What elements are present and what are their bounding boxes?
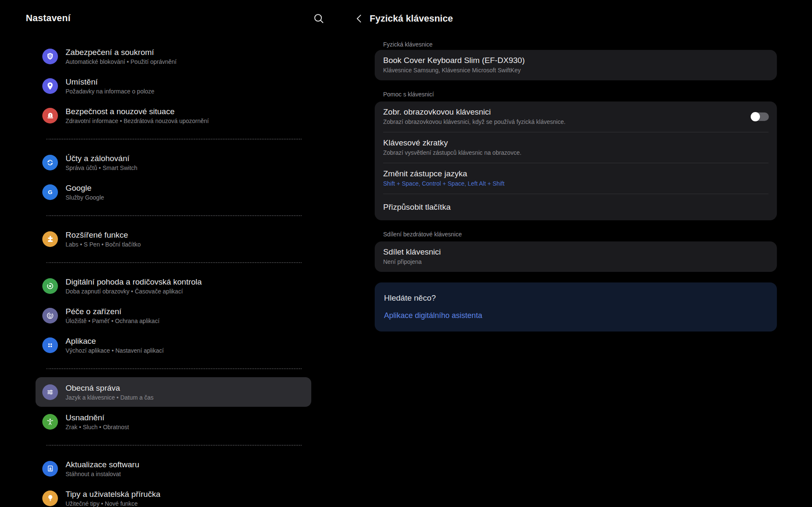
settings-item-title: Rozšířené funkce bbox=[66, 230, 141, 240]
keyboard-help-row-1[interactable]: Zobr. obrazovkovou klávesnici Zobrazí ob… bbox=[375, 101, 777, 132]
settings-list-item-9[interactable]: Aplikace Výchozí aplikace • Nastavení ap… bbox=[36, 330, 311, 360]
back-button[interactable] bbox=[352, 12, 367, 27]
help-row-subtitle: Zobrazí vysvětlení zástupců klávesnic na… bbox=[383, 149, 768, 156]
section-label-keyboard-sharing: Sdílení bezdrátové klávesnice bbox=[375, 231, 777, 237]
settings-item-title: Obecná správa bbox=[66, 383, 154, 393]
settings-list-item-12[interactable]: Aktualizace softwaru Stáhnout a instalov… bbox=[36, 454, 311, 483]
advanced-features-icon bbox=[42, 231, 58, 247]
settings-item-title: Zabezpečení a soukromí bbox=[66, 47, 177, 57]
settings-list-item-7[interactable]: Digitální pohoda a rodičovská kontrola D… bbox=[36, 271, 311, 301]
shield-icon bbox=[42, 49, 58, 64]
digital-assistant-link[interactable]: Aplikace digitálního asistenta bbox=[384, 311, 482, 320]
help-row-title: Klávesové zkratky bbox=[383, 138, 768, 148]
settings-item-title: Umístění bbox=[66, 77, 154, 87]
keyboard-help-card: Zobr. obrazovkovou klávesnici Zobrazí ob… bbox=[375, 101, 777, 220]
location-icon bbox=[42, 78, 58, 94]
digital-wellbeing-icon bbox=[42, 278, 58, 294]
section-label-physical-keyboard: Fyzická klávesnice bbox=[375, 41, 777, 47]
settings-list-item-2[interactable]: Umístění Požadavky na informace o poloze bbox=[36, 71, 311, 101]
device-care-icon bbox=[42, 308, 58, 323]
svg-text:G: G bbox=[48, 189, 52, 195]
help-row-title: Přizpůsobit tlačítka bbox=[383, 202, 768, 212]
settings-item-title: Digitální pohoda a rodičovská kontrola bbox=[66, 277, 202, 287]
suggestion-title: Hledáte něco? bbox=[384, 293, 768, 303]
settings-item-title: Účty a zálohování bbox=[66, 153, 137, 163]
settings-list-item-4[interactable]: Účty a zálohování Správa účtů • Smart Sw… bbox=[36, 148, 311, 177]
settings-item-title: Bezpečnost a nouzové situace bbox=[66, 107, 209, 116]
settings-item-subtitle: Výchozí aplikace • Nastavení aplikací bbox=[66, 347, 164, 354]
settings-item-subtitle: Služby Google bbox=[66, 194, 104, 201]
settings-list-pane: Nastavení Zabezpečení a soukromí Automat… bbox=[0, 0, 338, 507]
settings-list-item-1[interactable]: Zabezpečení a soukromí Automatické bloko… bbox=[36, 41, 311, 71]
help-row-title: Zobr. obrazovkovou klávesnici bbox=[383, 107, 768, 117]
onscreen-keyboard-toggle[interactable] bbox=[751, 112, 769, 121]
settings-item-title: Google bbox=[66, 183, 104, 193]
group-divider bbox=[47, 262, 302, 263]
share-keyboard-status: Není připojena bbox=[383, 258, 768, 266]
help-row-subtitle: Shift + Space, Control + Space, Left Alt… bbox=[383, 180, 768, 187]
page-title: Nastavení bbox=[26, 13, 71, 24]
settings-item-subtitle: Labs • S Pen • Boční tlačítko bbox=[66, 241, 141, 248]
back-chevron-icon bbox=[354, 13, 365, 26]
suggestion-card: Hledáte něco? Aplikace digitálního asist… bbox=[375, 282, 777, 332]
general-management-icon bbox=[42, 384, 58, 400]
search-icon bbox=[313, 12, 325, 27]
settings-item-subtitle: Automatické blokování • Použití oprávněn… bbox=[66, 58, 177, 66]
keyboard-device-title: Book Cover Keyboard Slim (EF-DX930) bbox=[383, 55, 768, 65]
settings-list-item-8[interactable]: Péče o zařízení Úložiště • Paměť • Ochra… bbox=[36, 301, 311, 330]
search-button[interactable] bbox=[310, 11, 327, 28]
detail-title: Fyzická klávesnice bbox=[370, 13, 453, 24]
settings-item-subtitle: Doba zapnutí obrazovky • Časovače aplika… bbox=[66, 288, 202, 295]
settings-item-subtitle: Požadavky na informace o poloze bbox=[66, 88, 154, 95]
detail-pane: Fyzická klávesnice Fyzická klávesnice Bo… bbox=[347, 0, 812, 507]
share-keyboard-title: Sdílet klávesnici bbox=[383, 247, 768, 257]
settings-list-item-13[interactable]: Tipy a uživatelská příručka Užitečné tip… bbox=[36, 483, 311, 507]
settings-list: Zabezpečení a soukromí Automatické bloko… bbox=[36, 41, 311, 507]
section-label-keyboard-help: Pomoc s klávesnicí bbox=[375, 91, 777, 97]
keyboard-help-row-3[interactable]: Změnit zástupce jazyka Shift + Space, Co… bbox=[375, 163, 777, 194]
settings-item-subtitle: Jazyk a klávesnice • Datum a čas bbox=[66, 394, 154, 401]
share-keyboard-card[interactable]: Sdílet klávesnici Není připojena bbox=[375, 241, 777, 272]
emergency-icon bbox=[42, 108, 58, 123]
settings-item-subtitle: Stáhnout a instalovat bbox=[66, 471, 139, 478]
settings-list-item-5[interactable]: G Google Služby Google bbox=[36, 177, 311, 207]
settings-item-subtitle: Úložiště • Paměť • Ochrana aplikací bbox=[66, 318, 159, 325]
settings-item-subtitle: Zrak • Sluch • Obratnost bbox=[66, 424, 129, 431]
keyboard-help-row-2[interactable]: Klávesové zkratky Zobrazí vysvětlení zás… bbox=[375, 132, 777, 163]
settings-item-subtitle: Správa účtů • Smart Switch bbox=[66, 164, 137, 172]
settings-item-subtitle: Zdravotní informace • Bezdrátová nouzová… bbox=[66, 118, 209, 125]
settings-item-title: Péče o zařízení bbox=[66, 307, 159, 316]
keyboard-device-subtitle: Klávesnice Samsung, Klávesnice Microsoft… bbox=[383, 67, 768, 74]
accessibility-icon bbox=[42, 414, 58, 430]
settings-item-title: Aplikace bbox=[66, 336, 164, 346]
sync-icon bbox=[42, 155, 58, 170]
group-divider bbox=[47, 445, 302, 446]
settings-item-title: Tipy a uživatelská příručka bbox=[66, 489, 160, 499]
settings-item-title: Aktualizace softwaru bbox=[66, 460, 139, 469]
settings-list-item-10[interactable]: Obecná správa Jazyk a klávesnice • Datum… bbox=[36, 377, 311, 407]
software-update-icon bbox=[42, 461, 58, 477]
apps-icon bbox=[42, 337, 58, 353]
group-divider bbox=[47, 368, 302, 369]
settings-list-item-11[interactable]: Usnadnění Zrak • Sluch • Obratnost bbox=[36, 407, 311, 436]
group-divider bbox=[47, 139, 302, 140]
group-divider bbox=[47, 215, 302, 216]
settings-list-item-3[interactable]: Bezpečnost a nouzové situace Zdravotní i… bbox=[36, 101, 311, 130]
settings-item-title: Usnadnění bbox=[66, 413, 129, 422]
toggle-knob bbox=[751, 112, 760, 121]
help-row-title: Změnit zástupce jazyka bbox=[383, 169, 768, 178]
tips-icon bbox=[42, 491, 58, 506]
keyboard-help-row-4[interactable]: Přizpůsobit tlačítka bbox=[375, 194, 777, 220]
help-row-subtitle: Zobrazí obrazovkovou klávesnici, když se… bbox=[383, 118, 768, 126]
google-icon: G bbox=[42, 184, 58, 200]
settings-list-item-6[interactable]: Rozšířené funkce Labs • S Pen • Boční tl… bbox=[36, 224, 311, 254]
settings-item-subtitle: Užitečné tipy • Nové funkce bbox=[66, 500, 160, 507]
keyboard-device-card[interactable]: Book Cover Keyboard Slim (EF-DX930) Kláv… bbox=[375, 50, 777, 80]
